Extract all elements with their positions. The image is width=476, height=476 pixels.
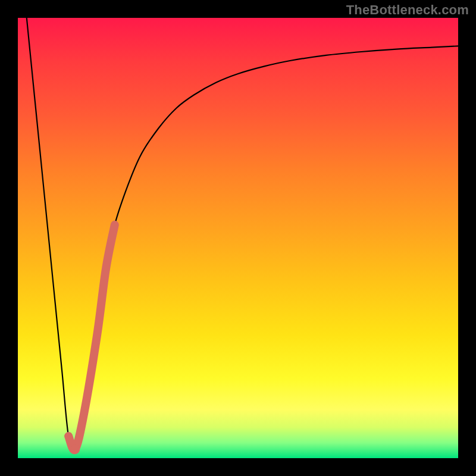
chart-frame: TheBottleneck.com: [0, 0, 476, 476]
curve-layer: [18, 18, 458, 458]
highlight-segment: [68, 225, 115, 450]
watermark-text: TheBottleneck.com: [346, 2, 469, 18]
plot-area: [18, 18, 458, 458]
minimum-marker: [70, 444, 80, 454]
